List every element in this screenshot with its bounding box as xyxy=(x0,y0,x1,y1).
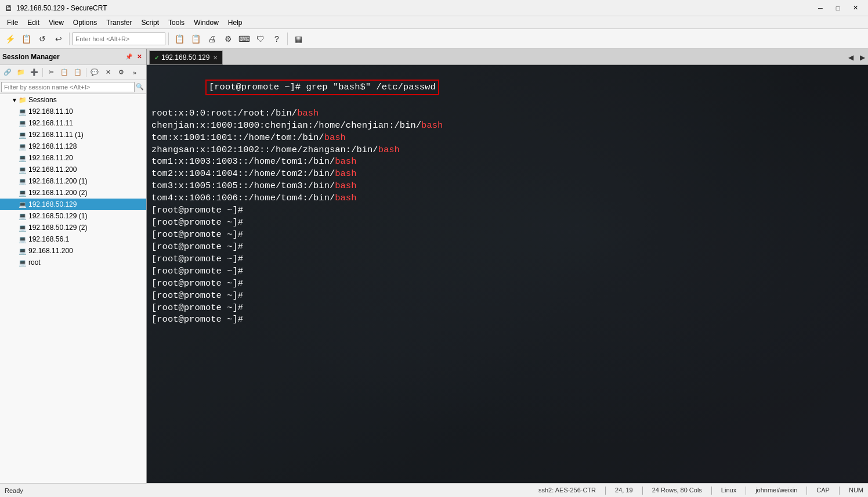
menu-transfer[interactable]: Transfer xyxy=(102,17,136,28)
session-paste-button[interactable]: 📋 xyxy=(71,67,84,78)
session-panel-close-button[interactable]: ✕ xyxy=(135,52,144,62)
session-delete-button[interactable]: ✕ xyxy=(102,67,114,78)
tree-item-label: 192.168.11.128 xyxy=(28,142,77,150)
terminal-prompt-line: [root@promote ~]# xyxy=(151,290,863,302)
toolbar-extra-button[interactable]: ▦ xyxy=(291,31,306,46)
terminal-output[interactable]: [root@promote ~]# grep "bash$" /etc/pass… xyxy=(147,65,868,483)
terminal-prompt-line: [root@promote ~]# xyxy=(151,278,863,290)
toolbar-shield-button[interactable]: 🛡 xyxy=(253,31,268,46)
session-rename-button[interactable]: 💬 xyxy=(88,67,101,78)
menu-window[interactable]: Window xyxy=(189,17,223,28)
menu-edit[interactable]: Edit xyxy=(23,17,44,28)
tree-item-icon: 💻 xyxy=(19,189,27,197)
tree-item-label: 192.168.11.11 (1) xyxy=(28,131,84,139)
tree-item-icon: 💻 xyxy=(19,247,27,255)
tree-item-192.168.11.11[interactable]: 💻 192.168.11.11 xyxy=(0,117,146,129)
tree-item-icon: 💻 xyxy=(19,154,27,162)
toolbar-keymap-button[interactable]: ⌨ xyxy=(237,31,252,46)
tree-item-icon: 💻 xyxy=(19,166,27,174)
tree-item-label: 92.168.11.200 xyxy=(28,247,73,255)
toolbar-separator-3 xyxy=(287,33,288,45)
menu-help[interactable]: Help xyxy=(223,17,247,28)
tree-item-192.168.56.1[interactable]: 💻 192.168.56.1 xyxy=(0,233,146,245)
title-bar: 🖥 192.168.50.129 - SecureCRT ─ □ ✕ xyxy=(0,0,868,16)
tree-item-192.168.11.11-1[interactable]: 💻 192.168.11.11 (1) xyxy=(0,129,146,141)
menu-script[interactable]: Script xyxy=(136,17,164,28)
session-add-button[interactable]: ➕ xyxy=(28,67,41,78)
terminal-prompt-line: [root@promote ~]# xyxy=(151,302,863,314)
terminal-command-line: [root@promote ~]# grep "bash$" /etc/pass… xyxy=(151,67,863,107)
session-folder-button[interactable]: 📁 xyxy=(15,67,27,78)
statusbar-sep-5 xyxy=(806,487,807,495)
statusbar-sep-4 xyxy=(746,487,746,495)
terminal-prompt-line: [root@promote ~]# xyxy=(151,204,863,217)
tree-item-192.168.11.10[interactable]: 💻 192.168.11.10 xyxy=(0,106,146,117)
close-button[interactable]: ✕ xyxy=(847,2,863,14)
statusbar-num: NUM xyxy=(849,487,863,495)
tree-item-192.168.11.128[interactable]: 💻 192.168.11.128 xyxy=(0,141,146,152)
tree-item-icon: 💻 xyxy=(19,120,27,127)
tree-item-icon: 💻 xyxy=(19,236,27,243)
menu-view[interactable]: View xyxy=(44,17,68,28)
terminal-prompt-line: [root@promote ~]# xyxy=(151,241,863,253)
tree-item-192.168.50.129-2[interactable]: 💻 192.168.50.129 (2) xyxy=(0,222,146,233)
tree-item-92.168.11.200[interactable]: 💻 92.168.11.200 xyxy=(0,245,146,257)
tree-item-192.168.11.200-2[interactable]: 💻 192.168.11.200 (2) xyxy=(0,187,146,199)
toolbar-print-button[interactable]: 🖨 xyxy=(204,31,219,46)
statusbar-right: ssh2: AES-256-CTR 24, 19 24 Rows, 80 Col… xyxy=(538,487,863,495)
terminal-prompt-line: [root@promote ~]# xyxy=(151,217,863,229)
toolbar-clipboard-button[interactable]: 📋 xyxy=(19,31,34,46)
session-manager-title: Session Manager xyxy=(2,53,124,61)
menu-tools[interactable]: Tools xyxy=(164,17,189,28)
tree-root-toggle[interactable]: ▼ xyxy=(12,97,19,103)
tab-label: 192.168.50.129 xyxy=(161,53,209,62)
session-more-button[interactable]: » xyxy=(128,67,141,78)
tree-item-192.168.11.20[interactable]: 💻 192.168.11.20 xyxy=(0,152,146,164)
toolbar-copy-button[interactable]: 📋 xyxy=(172,31,187,46)
toolbar-help-button[interactable]: ? xyxy=(269,31,284,46)
tree-item-192.168.50.129-1[interactable]: 💻 192.168.50.129 (1) xyxy=(0,210,146,222)
statusbar-os: Linux xyxy=(721,487,736,495)
tree-item-icon: 💻 xyxy=(19,224,27,232)
session-search-input[interactable] xyxy=(1,82,135,92)
terminal-output-line: tom3:x:1005:1005::/home/tom3:/bin/bash xyxy=(151,180,863,192)
window-title: 192.168.50.129 - SecureCRT xyxy=(16,4,812,12)
app-icon: 🖥 xyxy=(5,3,13,13)
tree-item-label: 192.168.11.20 xyxy=(28,154,73,162)
toolbar-back-button[interactable]: ↩ xyxy=(51,31,66,46)
toolbar-paste-button[interactable]: 📋 xyxy=(188,31,203,46)
statusbar-extra: johnmei/weixin xyxy=(755,487,797,495)
window-controls: ─ □ ✕ xyxy=(812,2,863,14)
host-input[interactable] xyxy=(73,33,165,45)
session-properties-button[interactable]: ⚙ xyxy=(115,67,128,78)
menu-options[interactable]: Options xyxy=(68,17,102,28)
toolbar-lightning-button[interactable]: ⚡ xyxy=(2,31,17,46)
terminal-container[interactable]: [root@promote ~]# grep "bash$" /etc/pass… xyxy=(147,65,868,483)
terminal-output-line: zhangsan:x:1002:1002::/home/zhangsan:/bi… xyxy=(151,144,863,156)
minimize-button[interactable]: ─ xyxy=(812,2,829,14)
session-panel-pin-button[interactable]: 📌 xyxy=(124,52,133,62)
toolbar-settings-button[interactable]: ⚙ xyxy=(220,31,236,46)
tree-item-label: 192.168.11.10 xyxy=(28,107,73,116)
tab-bar: ✔ 192.168.50.129 ✕ ◀ ▶ xyxy=(147,49,868,65)
maximize-button[interactable]: □ xyxy=(830,2,846,14)
tree-root-label: Sessions xyxy=(28,96,57,104)
terminal-prompt-lines: [root@promote ~]# [root@promote ~]# [roo… xyxy=(151,204,863,326)
menu-file[interactable]: File xyxy=(2,17,23,28)
tree-item-label: 192.168.11.200 (2) xyxy=(28,189,87,197)
tab-nav-left[interactable]: ◀ xyxy=(845,51,856,64)
tree-root-sessions[interactable]: ▼ 📁 Sessions xyxy=(0,94,146,106)
tab-nav-right[interactable]: ▶ xyxy=(856,51,868,64)
tree-item-192.168.11.200[interactable]: 💻 192.168.11.200 xyxy=(0,164,146,175)
session-panel-header: Session Manager 📌 ✕ xyxy=(0,49,146,65)
tree-item-icon: 💻 xyxy=(19,143,27,150)
session-cut-button[interactable]: ✂ xyxy=(45,67,57,78)
tab-192-168-50-129[interactable]: ✔ 192.168.50.129 ✕ xyxy=(149,51,223,64)
session-connect-button[interactable]: 🔗 xyxy=(1,67,14,78)
tree-item-192.168.50.129[interactable]: 💻 192.168.50.129 xyxy=(0,199,146,210)
session-copy-button[interactable]: 📋 xyxy=(58,67,71,78)
tab-close-button[interactable]: ✕ xyxy=(213,55,218,61)
toolbar-refresh-button[interactable]: ↺ xyxy=(35,31,50,46)
tree-item-root[interactable]: 💻 root xyxy=(0,257,146,268)
tree-item-192.168.11.200-1[interactable]: 💻 192.168.11.200 (1) xyxy=(0,175,146,187)
